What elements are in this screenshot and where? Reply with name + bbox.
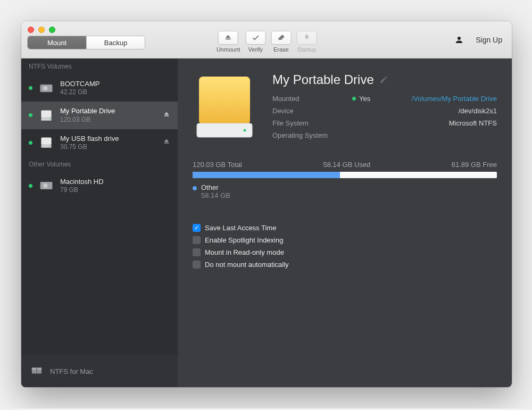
unmount-button[interactable]: Unmount xyxy=(217,31,240,53)
startup-button: Startup xyxy=(296,31,317,53)
svg-point-8 xyxy=(49,146,51,147)
status-dot-icon xyxy=(29,86,32,90)
row-device-val: /dev/disk2s1 xyxy=(352,107,497,115)
checkbox-icon[interactable] xyxy=(193,261,201,269)
rocket-icon xyxy=(296,31,317,45)
opt-no-automount[interactable]: Do not mount automatically xyxy=(193,261,497,269)
user-icon[interactable] xyxy=(454,35,464,45)
segment-mount[interactable]: Mount xyxy=(28,36,86,49)
sidebar: NTFS Volumes BOOTCAMP 42.22 GB My Portab… xyxy=(21,58,178,387)
usage-legend: Other 58.14 GB xyxy=(193,183,497,199)
usage-section: 120.03 GB Total 58.14 GB Used 61.89 GB F… xyxy=(193,161,497,199)
sidebar-header-other: Other Volumes xyxy=(21,156,178,172)
external-drive-icon xyxy=(39,108,54,123)
svg-point-18 xyxy=(244,129,246,132)
sidebar-item-size: 120.03 GB xyxy=(60,116,115,124)
eject-icon[interactable] xyxy=(163,111,170,120)
row-mounted-key: Mounted xyxy=(272,95,352,103)
segment-backup[interactable]: Backup xyxy=(86,36,145,49)
sidebar-item-label: My USB flash drive xyxy=(60,135,119,143)
checkbox-icon[interactable] xyxy=(193,236,201,244)
internal-drive-icon xyxy=(39,178,54,193)
checkbox-icon[interactable] xyxy=(193,224,201,232)
volume-hero-icon xyxy=(193,72,256,141)
external-drive-icon xyxy=(39,135,54,150)
svg-rect-15 xyxy=(199,77,250,124)
usage-used: 58.14 GB Used xyxy=(323,161,370,169)
svg-rect-6 xyxy=(41,138,51,145)
svg-rect-3 xyxy=(41,110,51,118)
row-mounted-yes: Yes xyxy=(352,95,370,103)
signup-link[interactable]: Sign Up xyxy=(476,36,502,44)
toolbar: Unmount Verify Erase Startup xyxy=(217,31,317,53)
app-window: Mount Backup Unmount Verify Erase xyxy=(21,21,512,387)
check-icon xyxy=(245,31,265,45)
opt-save-last-access[interactable]: Save Last Access Time xyxy=(193,224,497,232)
status-dot-icon xyxy=(29,113,32,117)
sidebar-item-myportable[interactable]: My Portable Drive 120.03 GB xyxy=(21,102,178,129)
row-os-key: Operating System xyxy=(272,131,352,139)
status-dot-icon xyxy=(29,141,32,145)
window-body: NTFS Volumes BOOTCAMP 42.22 GB My Portab… xyxy=(21,58,512,387)
traffic-lights xyxy=(28,27,55,33)
row-fs-key: File System xyxy=(272,119,352,127)
sidebar-item-label: BOOTCAMP xyxy=(60,80,99,88)
row-device-key: Device xyxy=(272,107,352,115)
sidebar-item-size: 79 GB xyxy=(60,186,104,194)
row-fs-val: Microsoft NTFS xyxy=(352,119,497,127)
usage-free: 61.89 GB Free xyxy=(452,161,497,169)
sidebar-item-bootcamp[interactable]: BOOTCAMP 42.22 GB xyxy=(21,74,178,102)
sidebar-item-macintoshhd[interactable]: Macintosh HD 79 GB xyxy=(21,172,178,199)
sidebar-header-ntfs: NTFS Volumes xyxy=(21,58,178,74)
sidebar-item-size: 30.75 GB xyxy=(60,143,119,151)
eject-icon xyxy=(218,31,238,45)
svg-point-5 xyxy=(49,119,51,120)
svg-rect-13 xyxy=(36,367,37,373)
svg-point-2 xyxy=(43,86,48,90)
opt-readonly[interactable]: Mount in Read-only mode xyxy=(193,248,497,256)
minimize-icon[interactable] xyxy=(38,27,45,33)
internal-drive-icon xyxy=(39,81,54,96)
sidebar-item-label: Macintosh HD xyxy=(60,178,104,186)
usage-bar xyxy=(193,172,497,178)
usage-total: 120.03 GB Total xyxy=(193,161,242,169)
opt-spotlight[interactable]: Enable Spotlight Indexing xyxy=(193,236,497,244)
mode-segmented-control[interactable]: Mount Backup xyxy=(28,36,145,49)
toolbar-right: Sign Up xyxy=(454,35,502,45)
erase-button[interactable]: Erase xyxy=(271,31,291,53)
eraser-icon xyxy=(271,31,291,45)
app-logo-icon xyxy=(31,365,43,378)
status-dot-icon xyxy=(29,184,32,188)
content-pane: My Portable Drive Mounted Yes /Volumes/M… xyxy=(178,58,512,387)
sidebar-item-size: 42.22 GB xyxy=(60,88,99,96)
usage-bar-fill xyxy=(193,172,340,178)
volume-title: My Portable Drive xyxy=(272,72,497,87)
checkbox-icon[interactable] xyxy=(193,248,201,256)
row-mounted-path[interactable]: /Volumes/My Portable Drive xyxy=(412,95,497,103)
edit-icon[interactable] xyxy=(379,72,388,87)
svg-point-10 xyxy=(43,183,48,188)
sidebar-item-label: My Portable Drive xyxy=(60,107,115,115)
legend-dot-icon xyxy=(193,186,197,190)
verify-button[interactable]: Verify xyxy=(245,31,265,53)
eject-icon[interactable] xyxy=(163,138,170,147)
maximize-icon[interactable] xyxy=(49,27,55,33)
titlebar: Mount Backup Unmount Verify Erase xyxy=(21,21,512,58)
sidebar-footer-label: NTFS for Mac xyxy=(50,367,93,375)
sidebar-footer[interactable]: NTFS for Mac xyxy=(21,355,178,387)
sidebar-item-usbflash[interactable]: My USB flash drive 30.75 GB xyxy=(21,129,178,156)
close-icon[interactable] xyxy=(28,27,34,33)
volume-options: Save Last Access Time Enable Spotlight I… xyxy=(193,224,497,269)
